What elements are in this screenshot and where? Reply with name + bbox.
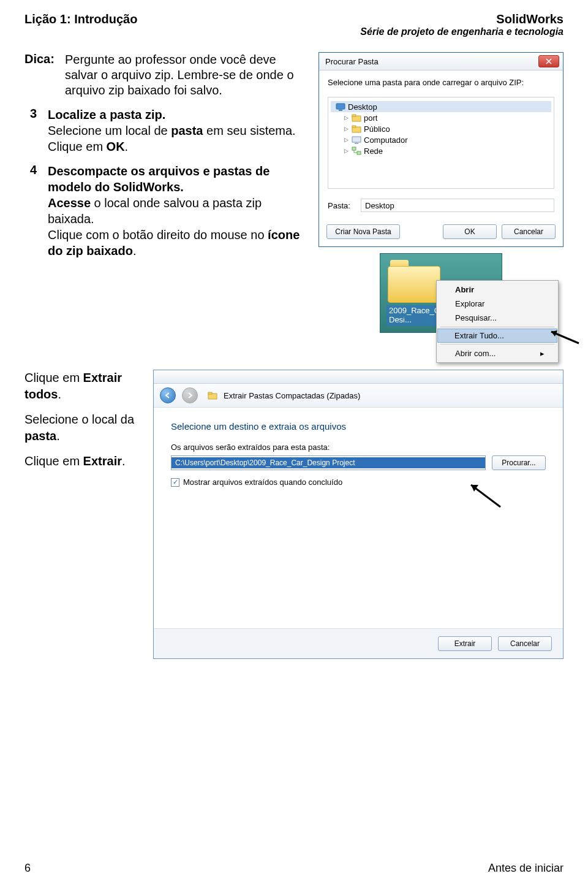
brand-name: SolidWorks: [360, 12, 564, 26]
menu-item-extract-all[interactable]: Extrair Tudo...: [437, 329, 557, 343]
step-number-4: 4: [24, 163, 37, 259]
menu-separator: [440, 344, 554, 345]
extract-instructions: Clique em Extrair todos. Selecione o loc…: [24, 370, 135, 478]
svg-rect-11: [208, 392, 212, 394]
svg-rect-3: [352, 115, 356, 116]
tip-text: Pergunte ao professor onde você deve sal…: [65, 52, 300, 98]
page-number: 6: [24, 862, 31, 875]
expand-icon[interactable]: ▷: [343, 137, 349, 143]
network-icon: [352, 146, 361, 156]
svg-rect-5: [352, 126, 356, 128]
show-files-checkbox[interactable]: ✓: [171, 478, 179, 487]
new-folder-button[interactable]: Criar Nova Pasta: [326, 224, 400, 239]
dialog-title: Procurar Pasta: [325, 57, 379, 66]
show-files-checkbox-label: Mostrar arquivos extraídos quando conclu…: [183, 478, 342, 487]
ok-button[interactable]: OK: [443, 224, 497, 239]
computer-icon: [352, 135, 361, 145]
tree-item-computer[interactable]: ▷ Computador: [331, 134, 551, 145]
tree-item-port[interactable]: ▷ port: [331, 112, 551, 123]
extract-button[interactable]: Extrair: [438, 636, 492, 651]
menu-item-open-with[interactable]: Abrir com...▸: [438, 346, 557, 360]
wizard-breadcrumb: Extrair Pastas Compactadas (Zipadas): [224, 391, 360, 400]
step-3-body: Localize a pasta zip. Selecione um local…: [48, 107, 296, 154]
desktop-icon: [336, 102, 345, 112]
series-subheading: Série de projeto de engenharia e tecnolo…: [360, 26, 564, 37]
wizard-path-label: Os arquivos serão extraídos para esta pa…: [171, 443, 546, 452]
footer-section-label: Antes de iniciar: [488, 862, 564, 875]
pointer-arrow-icon: [545, 328, 582, 349]
public-folder-icon: [352, 124, 361, 134]
cancel-button[interactable]: Cancelar: [498, 636, 552, 651]
browse-folder-dialog: Procurar Pasta Selecione uma pasta para …: [318, 52, 564, 247]
svg-rect-1: [339, 110, 342, 111]
zip-icon: [208, 390, 217, 400]
dialog-prompt: Selecione uma pasta para onde carregar o…: [328, 78, 554, 87]
tip-label: Dica:: [24, 52, 58, 98]
zip-folder-icon[interactable]: [388, 260, 440, 303]
expand-icon[interactable]: ▷: [343, 148, 349, 154]
expand-icon[interactable]: ▷: [343, 126, 349, 132]
svg-rect-0: [336, 104, 345, 109]
context-menu-figure: 2009_Race_CarDesi... Abrir Explorar Pesq…: [380, 253, 564, 333]
svg-rect-7: [355, 143, 358, 144]
svg-rect-8: [352, 147, 356, 150]
tree-item-network[interactable]: ▷ Rede: [331, 145, 551, 156]
svg-rect-9: [357, 151, 361, 154]
folder-field-label: Pasta:: [328, 201, 355, 210]
menu-item-open[interactable]: Abrir: [438, 283, 557, 297]
nav-forward-button: [182, 387, 198, 403]
browse-button[interactable]: Procurar...: [492, 455, 546, 470]
svg-rect-6: [352, 137, 361, 142]
menu-separator: [440, 327, 554, 327]
menu-item-search[interactable]: Pesquisar...: [438, 311, 557, 325]
user-folder-icon: [352, 113, 361, 123]
extract-wizard-dialog: Extrair Pastas Compactadas (Zipadas) Sel…: [153, 370, 564, 659]
step-4-body: Descompacte os arquivos e pastas de mode…: [48, 163, 300, 259]
nav-back-button[interactable]: [160, 387, 176, 403]
folder-field-value[interactable]: Desktop: [361, 199, 554, 212]
folder-tree[interactable]: Desktop ▷ port ▷ Público: [328, 97, 554, 189]
destination-path-input[interactable]: C:\Users\port\Desktop\2009_Race_Car_Desi…: [171, 455, 486, 470]
context-menu: Abrir Explorar Pesquisar... Extrair Tudo…: [436, 280, 559, 363]
menu-item-explore[interactable]: Explorar: [438, 297, 557, 311]
step-number-3: 3: [24, 107, 37, 154]
close-button[interactable]: [538, 55, 559, 67]
wizard-title: Selecione um destino e extraia os arquiv…: [171, 421, 546, 432]
tree-item-desktop[interactable]: Desktop: [331, 101, 551, 112]
tree-item-public[interactable]: ▷ Público: [331, 123, 551, 134]
cancel-button[interactable]: Cancelar: [502, 224, 556, 239]
expand-icon[interactable]: ▷: [343, 115, 349, 121]
page-title: Lição 1: Introdução: [24, 12, 137, 26]
